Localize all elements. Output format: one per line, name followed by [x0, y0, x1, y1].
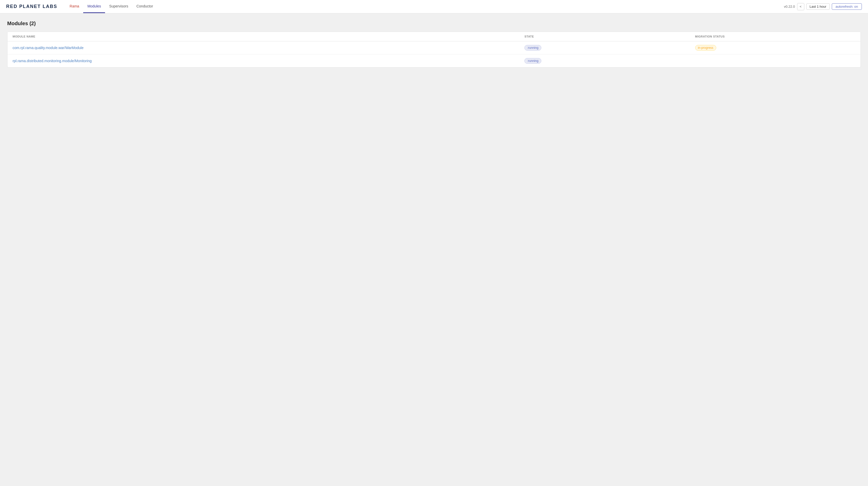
nav-back-button[interactable]: < — [797, 3, 804, 10]
module-name-link[interactable]: com.rpl.rama.quality.module.war/WarModul… — [12, 46, 84, 50]
col-header-migration: MIGRATION STATUS — [690, 32, 861, 41]
autorefresh-button[interactable]: autorefresh: on — [832, 3, 862, 10]
logo: RED PLANET LABS — [6, 4, 57, 9]
state-badge: :running — [524, 58, 541, 64]
nav-item-rama[interactable]: Rama — [65, 0, 83, 13]
nav-item-modules[interactable]: Modules — [83, 0, 105, 13]
nav-item-supervisors[interactable]: Supervisors — [105, 0, 132, 13]
page-title: Modules (2) — [7, 21, 861, 27]
col-header-name: MODULE NAME — [7, 32, 519, 41]
col-header-state: STATE — [519, 32, 690, 41]
header: RED PLANET LABS Rama Modules Supervisors… — [0, 0, 868, 13]
table-row: com.rpl.rama.quality.module.war/WarModul… — [7, 41, 861, 55]
main-nav: Rama Modules Supervisors Conductor — [65, 0, 784, 13]
nav-item-conductor[interactable]: Conductor — [132, 0, 157, 13]
state-badge: :running — [524, 45, 541, 51]
modules-table-container: MODULE NAME STATE MIGRATION STATUS com.r… — [7, 32, 861, 67]
table-row: rpl.rama.distributed.monitoring.module/M… — [7, 55, 861, 67]
time-range-button[interactable]: Last 1 hour — [806, 3, 830, 10]
logo-text: RED PLANET LABS — [6, 4, 57, 9]
modules-table: MODULE NAME STATE MIGRATION STATUS com.r… — [7, 32, 861, 67]
migration-status-badge: in-progress — [695, 45, 716, 51]
version-label: v0.22.0 — [784, 5, 795, 8]
header-right: v0.22.0 < Last 1 hour autorefresh: on — [784, 3, 862, 10]
main-content: Modules (2) MODULE NAME STATE MIGRATION … — [0, 13, 868, 75]
table-header-row: MODULE NAME STATE MIGRATION STATUS — [7, 32, 861, 41]
module-name-link[interactable]: rpl.rama.distributed.monitoring.module/M… — [12, 59, 92, 63]
